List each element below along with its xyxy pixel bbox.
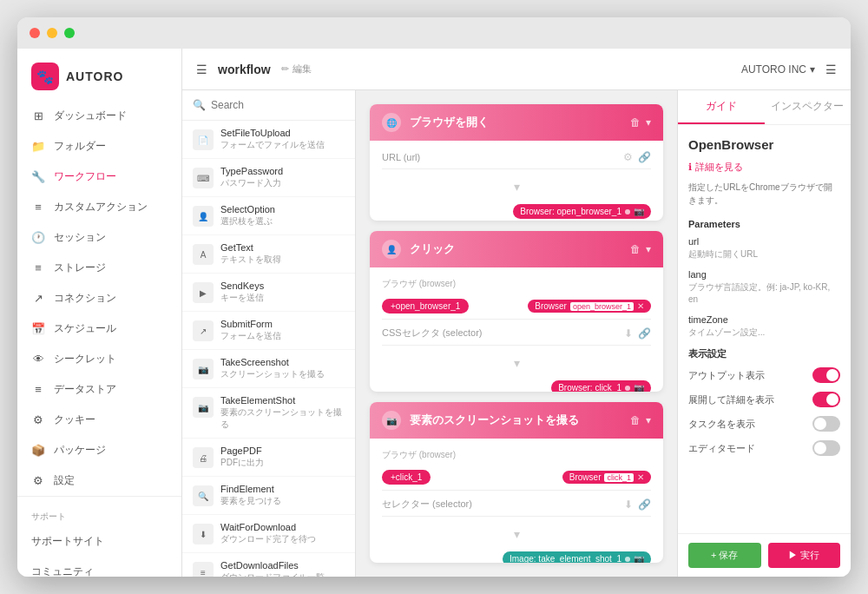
output-badge-row: Browser: open_browser_1 📷 xyxy=(382,197,651,221)
tab-guide[interactable]: ガイド xyxy=(678,90,765,124)
pencil-icon: ✏ xyxy=(281,63,289,75)
step-info: WaitForDownload ダウンロード完了を待つ xyxy=(220,522,345,545)
selector-label: CSSセレクタ (selector) xyxy=(382,327,617,340)
topbar-right: AUTORO INC ▾ ☰ xyxy=(741,63,837,76)
expand-button[interactable]: ▾ xyxy=(646,116,651,129)
badge-close[interactable]: ✕ xyxy=(637,301,644,311)
link-icon[interactable]: 🔗 xyxy=(638,498,651,511)
step-get-text[interactable]: A GetText テキストを取得 xyxy=(182,235,355,274)
sidebar-nav: ⊞ ダッシュボード 📁 フォルダー 🔧 ワークフロー ≡ カスタムアクション 🕐 xyxy=(17,101,181,496)
delete-button[interactable]: 🗑 xyxy=(630,414,641,426)
sidebar-item-folders[interactable]: 📁 フォルダー xyxy=(17,131,181,162)
edit-button[interactable]: ✏ 編集 xyxy=(281,63,312,76)
folder-icon: 📁 xyxy=(31,140,45,153)
expand-chevron[interactable]: ▾ xyxy=(382,176,651,197)
step-page-pdf[interactable]: 🖨 PagePDF PDFに出力 xyxy=(182,439,355,477)
browser-field: ブラウザ (browser) +click_1 Browser click_1 … xyxy=(382,449,651,491)
selector-row: セレクター (selector) ⬇ 🔗 xyxy=(382,498,651,517)
download-icon[interactable]: ⬇ xyxy=(624,327,633,340)
link-icon[interactable]: 🔗 xyxy=(638,151,651,163)
param-timezone: timeZone タイムゾーン設定... xyxy=(688,314,840,339)
param-lang: lang ブラウザ言語設定。例: ja-JP, ko-KR, en xyxy=(688,269,840,306)
browser-label: ブラウザ (browser) xyxy=(382,449,651,461)
step-submit-form[interactable]: ↗ SubmitForm フォームを送信 xyxy=(182,312,355,350)
app-body: 🐾 AUTORO ⊞ ダッシュボード 📁 フォルダー 🔧 ワークフロー ≡ xyxy=(17,49,851,577)
expand-button[interactable]: ▾ xyxy=(646,414,651,426)
step-wait-for-download[interactable]: ⬇ WaitForDownload ダウンロード完了を待つ xyxy=(182,515,355,553)
sidebar-item-community[interactable]: コミュニティ xyxy=(17,557,181,577)
step-type-password[interactable]: ⌨ TypePassword パスワード入力 xyxy=(182,159,355,197)
sidebar-item-workflow[interactable]: 🔧 ワークフロー xyxy=(17,162,181,192)
sidebar-item-package[interactable]: 📦 パッケージ xyxy=(17,435,181,465)
hamburger-icon[interactable]: ☰ xyxy=(196,63,207,76)
url-field: URL (url) ⚙ 🔗 xyxy=(382,151,651,169)
sidebar-item-support-site[interactable]: サポートサイト xyxy=(17,526,181,557)
step-set-file[interactable]: 📄 SetFileToUpload フォームでファイルを送信 xyxy=(182,121,355,159)
task-click-body: ブラウザ (browser) +open_browser_1 Browser o… xyxy=(370,267,663,392)
toggle-details-switch[interactable] xyxy=(812,392,840,407)
step-take-screenshot[interactable]: 📷 TakeScreenshot スクリーンショットを撮る xyxy=(182,350,355,388)
selector-field: CSSセレクタ (selector) ⬇ 🔗 xyxy=(382,327,651,346)
topbar-menu-icon[interactable]: ☰ xyxy=(825,63,837,76)
badge-close[interactable]: ✕ xyxy=(637,472,644,482)
logo-text: AUTORO xyxy=(66,69,123,83)
step-send-keys[interactable]: ▶ SendKeys キーを送信 xyxy=(182,274,355,312)
sidebar-item-connections[interactable]: ↗ コネクション xyxy=(17,283,181,314)
sidebar-item-datastore[interactable]: ≡ データストア xyxy=(17,374,181,405)
minimize-button[interactable] xyxy=(47,28,57,38)
expand-chevron[interactable]: ▾ xyxy=(382,524,651,544)
task-actions: 🗑 ▾ xyxy=(630,116,651,129)
task-screenshot-title: 要素のスクリーンショットを撮る xyxy=(410,412,621,428)
step-icon: 📷 xyxy=(193,397,214,418)
search-input[interactable] xyxy=(211,99,345,111)
task-screenshot-header: 📷 要素のスクリーンショットを撮る 🗑 ▾ xyxy=(370,402,663,439)
sidebar-item-secret[interactable]: 👁 シークレット xyxy=(17,344,181,374)
step-icon: ≡ xyxy=(193,562,214,577)
save-button[interactable]: + 保存 xyxy=(688,543,761,568)
expand-button[interactable]: ▾ xyxy=(646,243,651,255)
selector-field: セレクター (selector) ⬇ 🔗 xyxy=(382,498,651,517)
sidebar-item-label: カスタムアクション xyxy=(54,200,148,214)
badge-camera-icon[interactable]: 📷 xyxy=(634,383,644,392)
badge-camera-icon[interactable]: 📷 xyxy=(634,207,644,216)
sidebar-item-settings[interactable]: ⚙ 設定 xyxy=(17,465,181,496)
support-site-label: サポートサイト xyxy=(31,534,104,549)
badge-dot xyxy=(625,209,630,214)
sidebar-item-schedule[interactable]: 📅 スケジュール xyxy=(17,314,181,344)
sidebar-item-label: コネクション xyxy=(54,291,116,306)
badge-camera-icon[interactable]: 📷 xyxy=(634,554,644,563)
step-select-option[interactable]: 👤 SelectOption 選択枝を選ぶ xyxy=(182,197,355,235)
sidebar-item-custom-actions[interactable]: ≡ カスタムアクション xyxy=(17,192,181,222)
run-button[interactable]: ▶ 実行 xyxy=(768,543,841,568)
delete-button[interactable]: 🗑 xyxy=(630,116,641,129)
main-content: ☰ workflow ✏ 編集 AUTORO INC ▾ ☰ xyxy=(182,49,851,577)
sidebar-item-storage[interactable]: ≡ ストレージ xyxy=(17,253,181,283)
delete-button[interactable]: 🗑 xyxy=(630,243,641,255)
tab-inspector[interactable]: インスペクター xyxy=(765,90,852,124)
workflow-canvas: 🌐 ブラウザを開く 🗑 ▾ URL (url) xyxy=(356,90,677,577)
toggle-output: アウトプット表示 xyxy=(688,367,840,383)
step-get-download-files[interactable]: ≡ GetDownloadFiles ダウンロードファイル一覧 xyxy=(182,553,355,577)
step-take-element-shot[interactable]: 📷 TakeElementShot 要素のスクリーンショットを撮る xyxy=(182,388,355,439)
toggle-output-switch[interactable] xyxy=(812,367,840,383)
sidebar-item-dashboard[interactable]: ⊞ ダッシュボード xyxy=(17,101,181,131)
step-find-element[interactable]: 🔍 FindElement 要素を見つける xyxy=(182,477,355,515)
link-icon[interactable]: 🔗 xyxy=(638,327,651,340)
workflow-icon: 🔧 xyxy=(31,170,45,183)
titlebar xyxy=(17,17,851,49)
toggle-taskname-switch[interactable] xyxy=(812,416,840,432)
search-icon: 🔍 xyxy=(193,99,206,111)
inspector-link[interactable]: ℹ 詳細を見る xyxy=(688,161,840,174)
toggle-editor-switch[interactable] xyxy=(812,440,840,456)
sidebar-item-sessions[interactable]: 🕐 セッション xyxy=(17,222,181,253)
expand-chevron[interactable]: ▾ xyxy=(382,353,651,373)
close-button[interactable] xyxy=(30,28,40,38)
maximize-button[interactable] xyxy=(64,28,75,38)
sidebar-item-cookie[interactable]: ⚙ クッキー xyxy=(17,405,181,435)
task-screenshot-body: ブラウザ (browser) +click_1 Browser click_1 … xyxy=(370,439,663,563)
settings-field-icon[interactable]: ⚙ xyxy=(623,151,633,163)
task-open-browser: 🌐 ブラウザを開く 🗑 ▾ URL (url) xyxy=(370,104,663,221)
browser-badge: Browser open_browser_1 ✕ xyxy=(528,300,651,313)
company-name[interactable]: AUTORO INC ▾ xyxy=(741,63,815,76)
download-icon[interactable]: ⬇ xyxy=(624,498,633,511)
